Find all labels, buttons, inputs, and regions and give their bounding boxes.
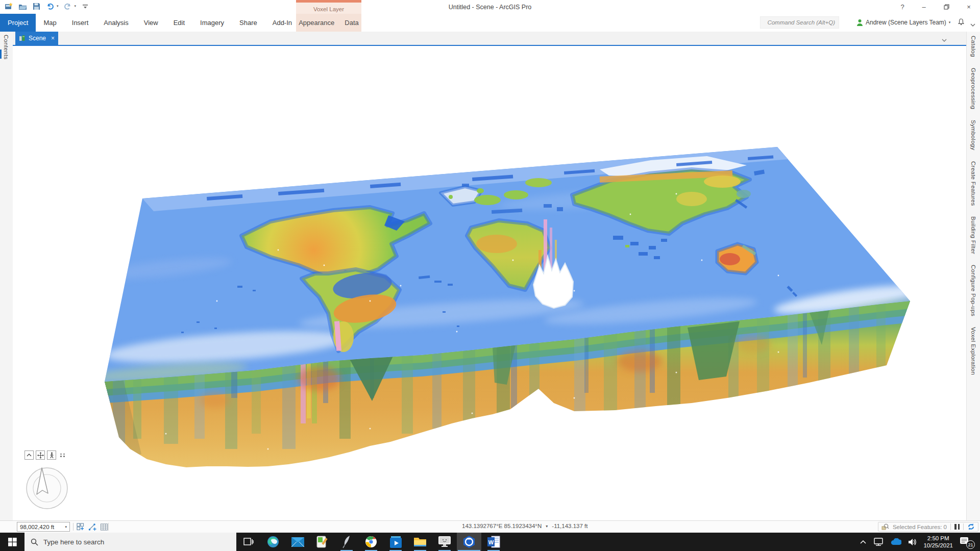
task-view-button[interactable] [236, 533, 261, 551]
tab-view[interactable]: View [136, 14, 166, 32]
view-strip-caret-icon[interactable] [942, 35, 947, 44]
taskbar-app-movies-tv[interactable] [383, 533, 408, 551]
undo-icon[interactable] [45, 2, 55, 11]
tab-map[interactable]: Map [36, 14, 64, 32]
voxel-layer-rendering [13, 46, 966, 520]
sidebar-item-catalog[interactable]: Catalog [970, 36, 976, 57]
svg-text:W: W [488, 539, 494, 545]
coordinates-caret-icon[interactable]: ▾ [546, 524, 548, 529]
sidebar-item-voxel-exploration[interactable]: Voxel Exploration [970, 327, 976, 375]
contextual-group-header: Voxel Layer [296, 0, 361, 14]
redo-icon[interactable] [63, 2, 72, 11]
close-scene-tab-icon[interactable]: × [51, 35, 55, 42]
taskbar-app-mail[interactable] [285, 533, 310, 551]
collapse-navigator-button[interactable] [24, 450, 34, 460]
sidebar-item-configure-popups[interactable]: Configure Pop-ups [970, 265, 976, 316]
action-center-button[interactable]: 21 [960, 536, 975, 548]
speaker-icon[interactable] [908, 538, 917, 546]
notepad-icon [316, 536, 328, 548]
network-icon[interactable] [873, 538, 884, 546]
close-button[interactable]: × [958, 0, 980, 14]
start-button[interactable] [0, 533, 24, 551]
arcgis-pro-icon [462, 535, 476, 548]
open-project-icon[interactable] [18, 2, 27, 11]
customize-quick-access-icon[interactable] [81, 2, 90, 11]
scene-viewport[interactable] [13, 46, 966, 520]
tab-imagery[interactable]: Imagery [192, 14, 232, 32]
grid-table-icon[interactable] [100, 523, 108, 531]
save-project-icon[interactable] [32, 2, 41, 11]
taskbar-search-input[interactable]: Type here to search [24, 533, 236, 551]
restore-button[interactable] [935, 0, 958, 14]
taskbar-app-arcgis-pro[interactable] [457, 533, 481, 551]
view-tab-strip: Scene × [13, 32, 966, 45]
contextual-group-accent [296, 0, 361, 3]
account-name: Andrew (Scene Layers Team) [866, 19, 946, 26]
navigator-drag-handle[interactable] [60, 454, 65, 457]
sidebar-item-symbology[interactable]: Symbology [970, 120, 976, 151]
notification-count-badge: 21 [966, 540, 975, 549]
taskbar-app-chrome[interactable] [359, 533, 383, 551]
new-bookmark-icon[interactable] [77, 523, 85, 531]
scale-combobox[interactable]: 98,002,420 ft ▾ [17, 522, 70, 532]
clock[interactable]: 2:50 PM 10/25/2021 [923, 535, 953, 549]
undo-dropdown-caret[interactable]: ▾ [57, 4, 59, 8]
tab-project[interactable]: Project [0, 14, 36, 32]
help-button[interactable]: ? [892, 0, 913, 14]
pan-mode-button[interactable] [36, 450, 45, 460]
tab-edit[interactable]: Edit [166, 14, 192, 32]
selection-status-group: Selected Features: 0 [878, 522, 978, 532]
tab-share[interactable]: Share [232, 14, 265, 32]
user-icon [856, 19, 863, 27]
taskbar-app-pen[interactable] [334, 533, 359, 551]
scene-icon [19, 35, 26, 41]
command-search-input[interactable]: Command Search (Alt+Q) [760, 16, 839, 29]
redo-dropdown-caret[interactable]: ▾ [75, 4, 77, 8]
statusbar-tools [77, 523, 108, 531]
compass-navigator[interactable] [25, 466, 69, 510]
taskbar-app-edge[interactable] [261, 533, 285, 551]
refresh-icon[interactable] [967, 523, 975, 531]
account-menu[interactable]: Andrew (Scene Layers Team) ▾ [856, 16, 950, 29]
window-controls: ? – × [892, 0, 980, 14]
tab-appearance[interactable]: Appearance [293, 19, 339, 27]
tab-analysis[interactable]: Analysis [96, 14, 136, 32]
sidebar-item-building-filter[interactable]: Building Filter [970, 216, 976, 254]
sidebar-item-geoprocessing[interactable]: Geoprocessing [970, 68, 976, 109]
taskbar-app-word[interactable]: W [481, 533, 506, 551]
selection-magnifier-icon[interactable] [881, 523, 889, 531]
sidebar-item-create-features[interactable]: Create Features [970, 161, 976, 206]
hidden-icons-chevron-icon[interactable] [860, 540, 867, 544]
pan-arrows-icon [37, 452, 44, 459]
taskbar-search-placeholder: Type here to search [43, 538, 104, 546]
statusbar-divider [950, 523, 951, 530]
window-title: Untitled - Scene - ArcGIS Pro [0, 0, 980, 14]
collapse-ribbon-chevron-icon[interactable] [970, 20, 976, 29]
new-project-icon[interactable] [4, 2, 13, 11]
selected-features-label: Selected Features: 0 [893, 524, 947, 530]
search-icon [31, 538, 38, 546]
tab-data[interactable]: Data [339, 19, 363, 27]
new-feature-icon[interactable] [88, 523, 96, 531]
left-pane-strip: Contents [0, 32, 13, 520]
notifications-bell-icon[interactable] [958, 18, 965, 28]
statusbar-divider [963, 523, 964, 530]
taskbar-app-display[interactable] [432, 533, 457, 551]
clock-date: 10/25/2021 [923, 542, 953, 549]
taskbar-app-notepad[interactable] [310, 533, 334, 551]
system-tray: 2:50 PM 10/25/2021 21 [860, 533, 980, 551]
statusbar-divider [108, 523, 109, 531]
onedrive-icon[interactable] [890, 538, 901, 545]
statusbar-position: 143.1392767°E 85.1923434°N ▾ -11,143.137… [462, 523, 587, 529]
scene-navigator-buttons [24, 450, 65, 460]
minimize-button[interactable]: – [913, 0, 935, 14]
account-caret: ▾ [949, 20, 951, 24]
tab-insert[interactable]: Insert [64, 14, 96, 32]
tab-scene[interactable]: Scene × [15, 32, 58, 45]
pause-drawing-button[interactable] [954, 524, 960, 530]
contextual-tabs: Appearance Data [296, 14, 361, 32]
walk-mode-button[interactable] [47, 450, 56, 460]
cursor-elevation: -11,143.137 ft [552, 523, 587, 529]
sidebar-item-contents[interactable]: Contents [3, 35, 9, 59]
taskbar-app-file-explorer[interactable] [408, 533, 432, 551]
